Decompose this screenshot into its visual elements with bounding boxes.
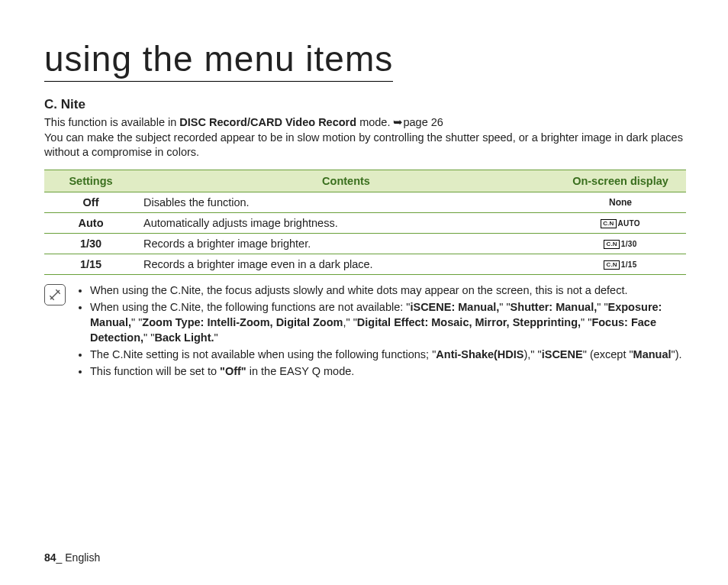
cell-contents: Automatically adjusts image brightness. [137, 212, 555, 233]
table-row: 1/30 Records a brighter image brighter. … [44, 233, 686, 254]
t: " " [597, 301, 607, 313]
table-row: Auto Automatically adjusts image brightn… [44, 212, 686, 233]
b: "Off" [220, 365, 246, 377]
cell-contents: Records a brighter image brighter. [137, 233, 555, 254]
footer-sep: _ [56, 551, 66, 564]
cell-display: C.N1/15 [555, 254, 686, 274]
t: " " [499, 301, 510, 313]
cell-contents: Disables the function. [137, 192, 555, 212]
b: iSCENE: Manual, [410, 301, 499, 313]
intro-pre: This function is available in [44, 116, 179, 128]
cell-display: None [555, 192, 686, 212]
b: Digital Effect: Mosaic, Mirror, Stepprin… [357, 316, 581, 328]
page-footer: 84_ English [44, 551, 100, 564]
th-settings: Settings [44, 170, 137, 192]
t: " " [131, 316, 142, 328]
intro-line2: You can make the subject recorded appear… [44, 131, 683, 159]
intro-paragraph: This function is available in DISC Recor… [44, 115, 686, 160]
cell-display: C.NAUTO [555, 212, 686, 233]
page-ref: page 26 [403, 116, 443, 128]
display-label: 1/30 [621, 240, 637, 248]
display-label: AUTO [618, 219, 640, 228]
t: " [214, 331, 218, 344]
page-ref-arrow-icon: ➥ [393, 116, 403, 128]
cell-setting: 1/30 [44, 233, 137, 254]
cell-setting: 1/15 [44, 254, 137, 274]
settings-table: Settings Contents On-screen display Off … [44, 170, 686, 275]
t: The C.Nite setting is not available when… [90, 348, 436, 360]
intro-mode-bold: DISC Record/CARD Video Record [179, 116, 356, 128]
b: Shutter: Manual, [511, 301, 598, 313]
cn-indicator-icon: C.N [604, 260, 619, 270]
b: Zoom Type: Intelli-Zoom, Digital Zoom [142, 316, 343, 328]
note-item: When using the C.Nite, the focus adjusts… [90, 283, 686, 298]
th-display: On-screen display [555, 170, 686, 192]
th-contents: Contents [137, 170, 555, 192]
display-label: 1/15 [621, 260, 637, 269]
intro-post: mode. [356, 116, 393, 128]
t: When using the C.Nite, the following fun… [90, 301, 410, 313]
t: ," " [343, 316, 356, 328]
b: Back Light. [154, 331, 214, 344]
notes-list: When using the C.Nite, the focus adjusts… [76, 283, 686, 380]
t: "). [672, 348, 682, 360]
t: )," " [524, 348, 542, 360]
table-row: Off Disables the function. None [44, 192, 686, 212]
cell-contents: Records a brighter image even in a dark … [137, 254, 555, 274]
t: This function will be set to [90, 365, 220, 377]
t: " " [581, 316, 591, 328]
table-row: 1/15 Records a brighter image even in a … [44, 254, 686, 274]
note-item: This function will be set to "Off" in th… [90, 364, 686, 379]
t: in the EASY Q mode. [246, 365, 355, 377]
cell-setting: Off [44, 192, 137, 212]
table-header-row: Settings Contents On-screen display [44, 170, 686, 192]
cn-indicator-icon: C.N [601, 219, 616, 228]
note-item: The C.Nite setting is not available when… [90, 347, 686, 362]
b: iSCENE [542, 348, 583, 360]
note-item: When using the C.Nite, the following fun… [90, 299, 686, 345]
cell-setting: Auto [44, 212, 137, 233]
notes-block: When using the C.Nite, the focus adjusts… [44, 283, 686, 380]
b: Anti-Shake(HDIS [436, 348, 523, 360]
footer-lang: English [65, 551, 100, 564]
page-number: 84 [44, 551, 56, 564]
note-icon [44, 284, 66, 305]
page-title: using the menu items [44, 38, 393, 82]
b: Manual [633, 348, 672, 360]
display-none: None [609, 197, 632, 208]
t: " " [143, 331, 154, 344]
cn-indicator-icon: C.N [604, 240, 619, 249]
section-heading-cnite: C. Nite [44, 97, 686, 112]
t: " (except " [583, 348, 633, 360]
cell-display: C.N1/30 [555, 233, 686, 254]
